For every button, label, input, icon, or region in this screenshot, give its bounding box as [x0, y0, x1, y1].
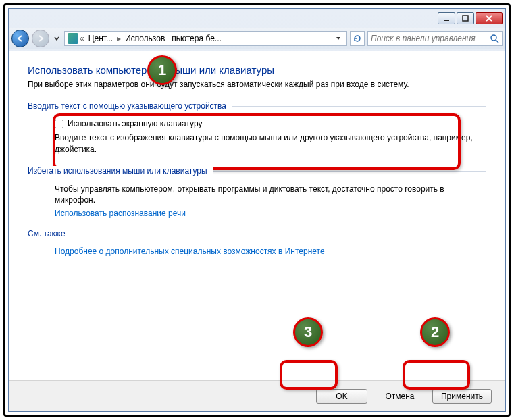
search-box[interactable]	[367, 31, 503, 46]
speech-recognition-link[interactable]: Использовать распознавание речи	[55, 209, 473, 218]
svg-line-5	[496, 40, 498, 43]
minimize-button[interactable]	[438, 12, 455, 24]
back-button[interactable]	[11, 30, 29, 47]
page-subtitle: При выборе этих параметров они будут зап…	[28, 80, 486, 89]
nav-history-dropdown[interactable]	[52, 32, 61, 45]
control-panel-icon	[68, 33, 78, 44]
chevron-left-icon: «	[80, 34, 84, 43]
help-text: Вводите текст с изображения клавиатуры с…	[55, 132, 473, 155]
group-see-also: См. также Подробнее о дополнительных спе…	[28, 229, 486, 256]
checkbox-input[interactable]	[55, 120, 63, 128]
on-screen-keyboard-checkbox[interactable]: Использовать экранную клавиатуру	[55, 119, 473, 128]
control-panel-window: « Цент... ▸ Использов пьютера бе... Испо…	[8, 8, 506, 412]
breadcrumb-item[interactable]: Цент...	[86, 34, 115, 43]
search-icon	[490, 34, 499, 43]
close-button[interactable]	[476, 12, 503, 24]
breadcrumb-item[interactable]: Использов	[122, 34, 168, 43]
svg-point-4	[491, 35, 496, 41]
apply-button[interactable]: Применить	[432, 389, 492, 404]
chevron-right-icon: ▸	[117, 34, 121, 43]
refresh-button[interactable]	[350, 31, 365, 46]
content-area: Использовать компьютер без мыши или клав…	[9, 51, 505, 380]
checkbox-label: Использовать экранную клавиатуру	[68, 119, 202, 128]
svg-rect-1	[463, 16, 468, 21]
breadcrumb-dropdown[interactable]	[333, 36, 344, 41]
titlebar	[9, 9, 505, 28]
dialog-footer: OK Отмена Применить	[9, 380, 505, 411]
breadcrumb-item[interactable]: пьютера бе...	[169, 34, 224, 43]
more-accessibility-link[interactable]: Подробнее о дополнительных специальных в…	[55, 246, 473, 256]
ok-button[interactable]: OK	[316, 389, 367, 404]
group-legend: Вводить текст с помощью указывающего уст…	[28, 101, 486, 111]
breadcrumb[interactable]: « Цент... ▸ Использов пьютера бе...	[64, 31, 347, 46]
forward-button[interactable]	[32, 30, 49, 47]
navbar: « Цент... ▸ Использов пьютера бе...	[9, 28, 505, 49]
group-pointing-device: Вводить текст с помощью указывающего уст…	[28, 101, 486, 155]
group-legend: См. также	[28, 229, 486, 238]
group-legend: Избегать использования мыши или клавиату…	[28, 166, 486, 176]
search-input[interactable]	[371, 34, 490, 43]
maximize-button[interactable]	[457, 12, 474, 24]
page-title: Использовать компьютер без мыши или клав…	[28, 64, 486, 76]
cancel-button[interactable]: Отмена	[374, 389, 426, 404]
group-avoid-mouse: Избегать использования мыши или клавиату…	[28, 166, 486, 219]
help-text: Чтобы управлять компьютером, открывать п…	[55, 184, 473, 207]
